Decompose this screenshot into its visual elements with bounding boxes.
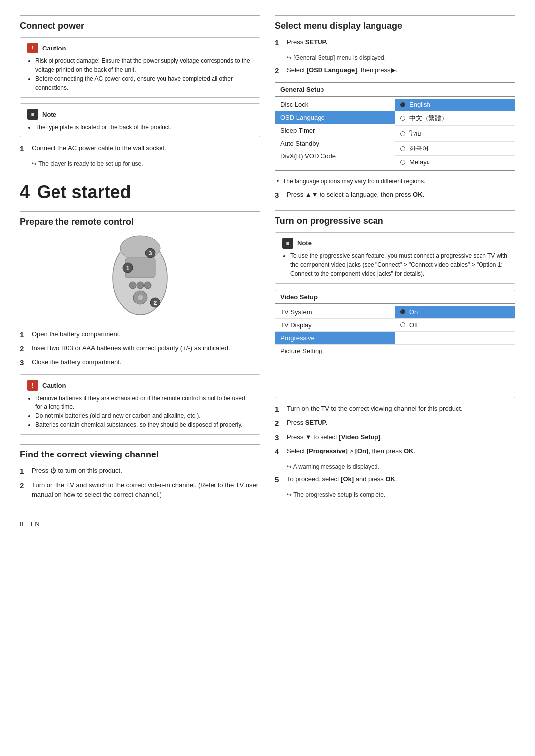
ok-press-bold: OK — [385, 475, 395, 483]
note-progressive-label: Note — [297, 239, 312, 247]
gs-right-label-2: ไทย — [409, 128, 421, 139]
video-setup-right-col: On Off — [395, 304, 515, 398]
gs-right-label-4: Melayu — [409, 158, 430, 166]
note-power-label: Note — [42, 111, 56, 118]
caution-remote-list: Remove batteries if they are exhausted o… — [27, 394, 253, 429]
footer-page-num: 8 — [20, 520, 23, 528]
caution-remote-item-1: Remove batteries if they are exhausted o… — [35, 394, 253, 411]
gs-left-row-0: Disc Lock — [275, 99, 395, 111]
caution-remote-header: ! Caution — [27, 380, 253, 391]
caution-remote-item-3: Batteries contain chemical substances, s… — [35, 420, 253, 429]
caution-remote-label: Caution — [42, 382, 66, 389]
prog-step-5-arrow: The progressive setup is complete. — [287, 491, 515, 498]
gs-left-row-2: Sleep Timer — [275, 124, 395, 137]
general-setup-table: General Setup Disc Lock OSD Language Sle… — [275, 82, 515, 171]
radio-filled-0 — [400, 102, 405, 107]
caution-remote-item-2: Do not mix batteries (old and new or car… — [35, 411, 253, 420]
svg-point-13 — [137, 295, 143, 301]
svg-text:2: 2 — [153, 300, 157, 306]
section-find-channel: Find the correct viewing channel — [20, 444, 260, 460]
remote-step-2: 2 Insert two R03 or AAA batteries with c… — [20, 343, 260, 354]
prog-step-4-text: Select [Progressive] > [On], then press … — [287, 446, 415, 457]
svg-point-11 — [144, 282, 151, 289]
select-language-step2: 2 Select [OSD Language], then press▶. — [275, 65, 515, 77]
video-setup-content: TV System TV Display Progressive Picture… — [275, 304, 515, 398]
general-setup-content: Disc Lock OSD Language Sleep Timer Auto … — [275, 97, 515, 170]
video-setup-table: Video Setup TV System TV Display Progres… — [275, 290, 515, 398]
caution-power-header: ! Caution — [27, 43, 253, 53]
general-setup-title: General Setup — [275, 83, 515, 97]
lang-step-1-arrow: [General Setup] menu is displayed. — [287, 54, 515, 61]
vs-right-row-empty-3 — [395, 357, 515, 370]
chapter-number: 4 — [20, 182, 30, 202]
lang-step-2: 2 Select [OSD Language], then press▶. — [275, 65, 515, 77]
find-channel-steps: 1 Press ⏻ to turn on this product. 2 Tur… — [20, 466, 260, 500]
lang-step-num-3: 3 — [275, 190, 287, 201]
vs-left-row-3: Picture Setting — [275, 345, 395, 357]
progressive-steps: 1 Turn on the TV to the correct viewing … — [275, 404, 515, 457]
find-channel-step-2-text: Turn on the TV and switch to the correct… — [32, 480, 260, 500]
note-progressive-header: ≡ Note — [282, 238, 508, 249]
vs-left-row-empty-3 — [275, 383, 395, 396]
remote-svg: 1 3 2 — [91, 233, 190, 322]
on-bold: [On] — [355, 447, 369, 454]
section-remote-control: Prepare the remote control — [20, 211, 260, 227]
vs-left-row-empty-2 — [275, 370, 395, 383]
section-connect-power: Connect power — [20, 15, 260, 31]
svg-text:1: 1 — [126, 265, 129, 272]
progressive-step5: 5 To proceed, select [Ok] and press OK. — [275, 474, 515, 486]
svg-point-1 — [120, 236, 160, 260]
vs-radio-filled-0 — [400, 309, 405, 314]
general-setup-right-col: English 中文（繁體） ไทย 한국어 — [395, 97, 515, 170]
lang-step-3-text: Press ▲▼ to select a language, then pres… — [287, 190, 424, 201]
gs-right-label-1: 中文（繁體） — [409, 114, 448, 123]
chapter-label: Get started — [37, 182, 131, 202]
gs-right-label-0: English — [409, 101, 430, 108]
gs-left-row-1: OSD Language — [275, 111, 395, 124]
prog-step-4-arrow: A warning message is displayed. — [287, 463, 515, 470]
svg-point-10 — [137, 282, 144, 289]
lang-step-3: 3 Press ▲▼ to select a language, then pr… — [275, 190, 515, 201]
vs-left-row-1: TV Display — [275, 319, 395, 332]
prog-step-2: 2 Press SETUP. — [275, 418, 515, 429]
video-setup-bold: [Video Setup] — [339, 433, 380, 441]
prog-step-3-text: Press ▼ to select [Video Setup]. — [287, 432, 382, 444]
footer-lang: EN — [31, 520, 40, 528]
lang-note-bullet: The language options may vary from diffe… — [275, 177, 515, 186]
gs-right-row-0: English — [395, 99, 515, 111]
gs-left-row-4: DivX(R) VOD Code — [275, 150, 395, 162]
step-1-text: Connect the AC power cable to the wall s… — [32, 143, 166, 154]
lang-step-1: 1 Press SETUP. — [275, 37, 515, 49]
vs-right-row-empty-5 — [395, 383, 515, 396]
caution-remote-box: ! Caution Remove batteries if they are e… — [20, 374, 260, 435]
note-progressive-icon: ≡ — [282, 238, 293, 249]
remote-step-1-text: Open the battery compartment. — [32, 329, 121, 341]
vs-left-row-empty-1 — [275, 357, 395, 370]
setup-bold-2: SETUP. — [305, 419, 327, 426]
lang-step-num-2: 2 — [275, 65, 287, 77]
select-language-step3: 3 Press ▲▼ to select a language, then pr… — [275, 190, 515, 201]
prog-step-num-1: 1 — [275, 404, 287, 415]
vs-right-label-0: On — [409, 308, 418, 316]
note-power-list: The type plate is located on the back of… — [27, 123, 253, 132]
find-channel-step-2: 2 Turn on the TV and switch to the corre… — [20, 480, 260, 500]
gs-left-row-3: Auto Standby — [275, 137, 395, 150]
find-channel-step-num-2: 2 — [20, 480, 32, 500]
caution-power-label: Caution — [42, 45, 66, 52]
power-symbol: ⏻ — [50, 467, 56, 474]
svg-text:3: 3 — [148, 250, 152, 257]
note-progressive-item-1: To use the progressive scan feature, you… — [290, 252, 508, 278]
prog-step-5-end: . — [395, 475, 397, 483]
note-progressive-box: ≡ Note To use the progressive scan featu… — [275, 232, 515, 284]
find-channel-step-1-text: Press ⏻ to turn on this product. — [32, 466, 122, 477]
prog-step-3: 3 Press ▼ to select [Video Setup]. — [275, 432, 515, 444]
prog-step-num-2: 2 — [275, 418, 287, 429]
video-setup-title: Video Setup — [275, 290, 515, 304]
remote-step-3-text: Close the battery compartment. — [32, 357, 121, 369]
vs-right-row-0: On — [395, 306, 515, 319]
select-language-steps: 1 Press SETUP. — [275, 37, 515, 49]
note-progressive-list: To use the progressive scan feature, you… — [282, 252, 508, 278]
vs-right-label-1: Off — [409, 321, 418, 329]
caution-remote-icon: ! — [27, 380, 38, 391]
prog-step-num-5: 5 — [275, 474, 287, 486]
